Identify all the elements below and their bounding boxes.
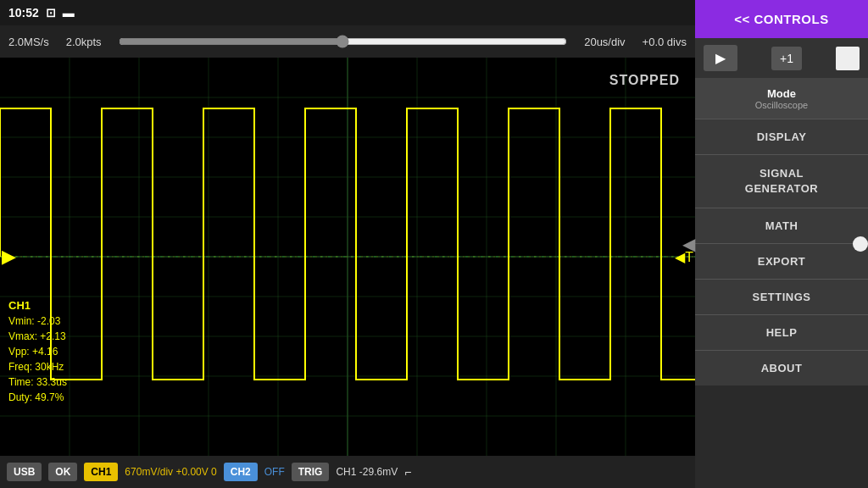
sample-rate: 2.0MS/s <box>8 36 49 48</box>
stop-button[interactable] <box>836 47 860 70</box>
scope-area: STOPPED CH1 Vmin: -2.03 Vmax: +2.13 Vpp:… <box>0 58 695 456</box>
ch1-duty: Duty: 49.7% <box>8 390 67 405</box>
controls-button[interactable]: << CONTROLS <box>695 0 868 38</box>
right-indicator-dot <box>853 236 868 252</box>
ch1-label: CH1 <box>8 297 67 314</box>
phone-icon: ▬ <box>63 6 75 19</box>
ch1-vpp: Vpp: +4.16 <box>8 344 67 359</box>
time-position-slider[interactable] <box>119 35 568 48</box>
screenshot-icon: ⊡ <box>46 6 56 19</box>
math-button[interactable]: MATH <box>695 208 868 244</box>
mode-sub: Oscilloscope <box>702 100 861 110</box>
right-panel: << CONTROLS ▶ +1 Mode Oscilloscope DISPL… <box>695 0 868 488</box>
bottom-bar: USB OK CH1 670mV/div +0.00V 0 CH2 OFF TR… <box>0 456 695 488</box>
help-button[interactable]: HELP <box>695 315 868 351</box>
ch1-vmin: Vmin: -2.03 <box>8 313 67 329</box>
stopped-label: STOPPED <box>609 73 680 88</box>
offset: +0.0 divs <box>643 36 687 48</box>
trigger-arrow-left: ▶ <box>2 246 16 268</box>
ch1-button-label: CH1 <box>91 466 111 478</box>
mode-title: Mode <box>702 87 861 100</box>
grid-svg <box>0 58 695 456</box>
time-slider-container <box>119 35 568 48</box>
ch1-time: Time: 33.3us <box>8 374 67 390</box>
ch2-status: OFF <box>264 466 285 478</box>
ch1-button[interactable]: CH1 <box>84 463 118 481</box>
back-arrow-button[interactable]: ◀ <box>682 234 695 254</box>
ch2-button-label: CH2 <box>231 466 251 478</box>
trig-button[interactable]: TRIG <box>292 463 330 481</box>
signal-generator-button[interactable]: SIGNALGENERATOR <box>695 155 868 208</box>
trig-line-icon: ⌐ <box>404 465 411 479</box>
display-button[interactable]: DISPLAY <box>695 119 868 155</box>
ch1-vmax: Vmax: +2.13 <box>8 329 67 344</box>
transport-bar: ▶ +1 <box>695 38 868 79</box>
ok-button[interactable]: OK <box>48 463 77 481</box>
ch1-freq: Freq: 30kHz <box>8 359 67 374</box>
memory-depth: 2.0kpts <box>66 36 102 48</box>
usb-button[interactable]: USB <box>7 463 42 481</box>
time-display: 10:52 <box>8 6 39 19</box>
play-button[interactable]: ▶ <box>704 45 737 71</box>
settings-button[interactable]: SETTINGS <box>695 280 868 315</box>
signal-gen-label: SIGNALGENERATOR <box>745 167 818 195</box>
step-button[interactable]: +1 <box>771 47 802 70</box>
mode-button[interactable]: Mode Oscilloscope <box>695 79 868 119</box>
ch2-button[interactable]: CH2 <box>224 463 258 481</box>
trig-info: CH1 -29.6mV <box>336 466 398 478</box>
ch1-info: CH1 Vmin: -2.03 Vmax: +2.13 Vpp: +4.16 F… <box>8 297 67 406</box>
time-div: 20us/div <box>584 36 625 48</box>
export-button[interactable]: EXPORT <box>695 244 868 280</box>
toolbar: 2.0MS/s 2.0kpts 20us/div +0.0 divs <box>0 25 695 58</box>
about-button[interactable]: ABOUT <box>695 351 868 385</box>
ch1-settings-info: 670mV/div +0.00V 0 <box>125 466 216 478</box>
